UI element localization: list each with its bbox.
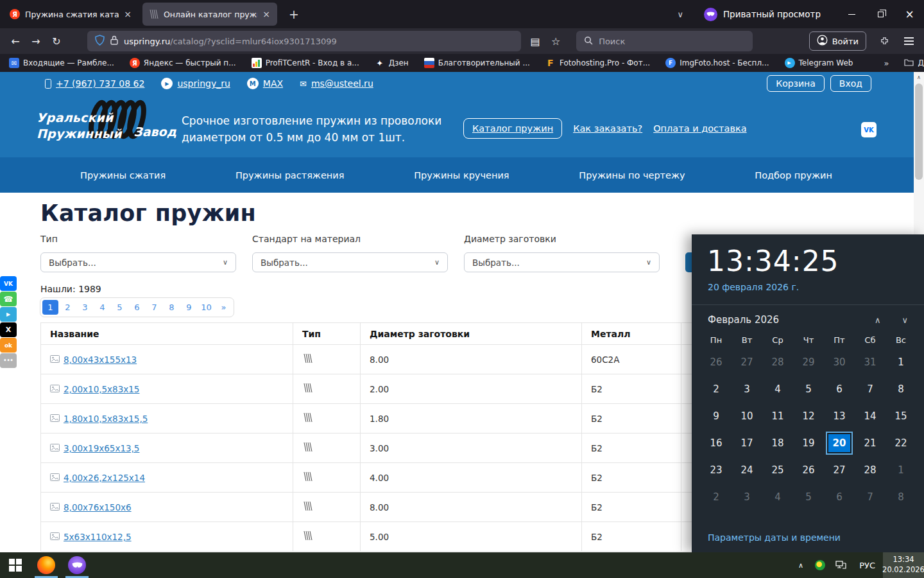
calendar-day[interactable]: 5 xyxy=(793,376,824,403)
bookmark-item[interactable]: Благотворительный ... xyxy=(424,58,530,68)
header-link[interactable]: Оплата и доставка xyxy=(653,123,746,134)
calendar-day[interactable]: 25 xyxy=(762,457,793,484)
calendar-day[interactable]: 22 xyxy=(886,430,916,457)
product-link[interactable]: 8,00x43x155x13 xyxy=(64,355,137,365)
calendar-day[interactable]: 7 xyxy=(855,376,886,403)
site-logo[interactable]: Уральский Пружинный Завод xyxy=(37,101,176,152)
phone-link[interactable]: +7 (967) 737 08 62 xyxy=(56,78,144,89)
nav-item[interactable]: Пружины сжатия xyxy=(80,170,166,180)
header-link[interactable]: Каталог пружин xyxy=(463,118,562,139)
filter-select[interactable]: Выбрать...∨ xyxy=(252,252,448,272)
minimize-button[interactable] xyxy=(837,0,866,28)
calendar-day[interactable]: 7 xyxy=(855,484,886,511)
calendar-day[interactable]: 20 xyxy=(824,430,855,457)
calendar-day[interactable]: 23 xyxy=(701,457,732,484)
calendar-prev-chevron-icon[interactable]: ∧ xyxy=(875,315,881,325)
social-x-twitter-icon[interactable]: X xyxy=(0,322,17,337)
tab-close-icon[interactable]: × xyxy=(261,9,271,19)
bookmark-item[interactable]: ▶Telegram Web xyxy=(785,58,853,68)
page-button[interactable]: 1 xyxy=(42,300,58,315)
calendar-day[interactable]: 8 xyxy=(886,376,916,403)
calendar-day[interactable]: 9 xyxy=(701,403,732,430)
nav-item[interactable]: Пружины по чертежу xyxy=(579,170,685,180)
product-link[interactable]: 5x63x110x12,5 xyxy=(64,532,132,542)
url-bar[interactable]: uspringy.ru/catalog/?ysclid=mlur64iox930… xyxy=(87,31,521,51)
page-button[interactable]: 2 xyxy=(60,300,76,315)
calendar-day[interactable]: 10 xyxy=(732,403,762,430)
calendar-day[interactable]: 28 xyxy=(855,457,886,484)
bookmarks-overflow-chevron[interactable]: » xyxy=(884,58,889,68)
taskbar-firefox[interactable] xyxy=(31,552,62,578)
new-tab-button[interactable]: + xyxy=(285,7,303,21)
calendar-day[interactable]: 4 xyxy=(762,376,793,403)
calendar-day[interactable]: 1 xyxy=(886,349,916,376)
product-link[interactable]: 2,00x10,5x83x15 xyxy=(64,384,139,394)
email-link[interactable]: ms@usteel.ru xyxy=(311,78,373,89)
filter-select[interactable]: Выбрать...∨ xyxy=(464,252,660,272)
calendar-day[interactable]: 29 xyxy=(793,349,824,376)
calendar-day[interactable]: 28 xyxy=(762,349,793,376)
filter-select[interactable]: Выбрать...∨ xyxy=(40,252,236,272)
bookmark-item[interactable]: ✦Дзен xyxy=(375,58,409,68)
extensions-icon[interactable] xyxy=(874,31,894,51)
product-link[interactable]: 4,00x26,2x125x14 xyxy=(64,473,145,483)
reload-button[interactable]: ↻ xyxy=(46,31,67,51)
social-share-more-icon[interactable]: ••• xyxy=(0,353,17,368)
scrollbar-thumb[interactable] xyxy=(915,83,923,180)
calendar-day[interactable]: 2 xyxy=(701,376,732,403)
calendar-day[interactable]: 24 xyxy=(732,457,762,484)
restore-button[interactable] xyxy=(866,0,895,28)
browser-tab[interactable]: Онлайн каталог пружин с раз× xyxy=(142,3,277,26)
reader-view-button[interactable]: ▤ xyxy=(525,31,545,51)
telegram-link[interactable]: uspringy_ru xyxy=(177,78,230,89)
nav-item[interactable]: Пружины растяжения xyxy=(235,170,345,180)
page-button[interactable]: 9 xyxy=(181,300,197,315)
search-bar[interactable]: Поиск xyxy=(576,31,753,51)
header-link[interactable]: Как заказать? xyxy=(573,123,642,134)
bookmark-star-button[interactable]: ☆ xyxy=(545,31,566,51)
menu-button[interactable] xyxy=(898,31,919,51)
calendar-day[interactable]: 3 xyxy=(732,484,762,511)
taskbar-firefox-private[interactable] xyxy=(62,552,92,578)
social-whatsapp-icon[interactable]: ☎ xyxy=(0,292,17,306)
calendar-day[interactable]: 6 xyxy=(824,484,855,511)
calendar-day[interactable]: 26 xyxy=(793,457,824,484)
other-bookmarks-button[interactable]: Другие закладки xyxy=(904,58,924,68)
calendar-month-label[interactable]: Февраль 2026 xyxy=(708,314,779,326)
calendar-next-chevron-icon[interactable]: ∨ xyxy=(902,315,908,325)
bookmark-item[interactable]: ЯЯндекс — быстрый п... xyxy=(130,58,236,68)
selected-day[interactable]: 20 xyxy=(826,432,853,455)
calendar-day[interactable]: 12 xyxy=(793,403,824,430)
calendar-day[interactable]: 19 xyxy=(793,430,824,457)
calendar-day[interactable]: 27 xyxy=(824,457,855,484)
bookmark-item[interactable]: ProfiTCentR - Вход в а... xyxy=(252,58,359,68)
page-button[interactable]: 6 xyxy=(129,300,145,315)
close-button[interactable]: × xyxy=(895,0,924,28)
browser-tab[interactable]: ЯПружина сжатия каталог разм× xyxy=(4,3,139,26)
calendar-day[interactable]: 16 xyxy=(701,430,732,457)
social-telegram-icon[interactable]: ▶ xyxy=(0,307,17,322)
max-messenger-contact[interactable]: M MAX xyxy=(247,78,283,89)
next-page-button[interactable]: » xyxy=(216,300,232,315)
calendar-day[interactable]: 4 xyxy=(762,484,793,511)
tracking-protection-shield-icon[interactable] xyxy=(95,35,105,48)
bookmark-item[interactable]: FFotohosting.Pro - Фот... xyxy=(545,58,650,68)
page-button[interactable]: 8 xyxy=(164,300,180,315)
nav-item[interactable]: Пружины кручения xyxy=(414,170,509,180)
forward-button[interactable]: → xyxy=(26,31,46,51)
tray-network-icon[interactable] xyxy=(835,561,846,570)
calendar-day[interactable]: 17 xyxy=(732,430,762,457)
calendar-day[interactable]: 30 xyxy=(824,349,855,376)
back-button[interactable]: ← xyxy=(5,31,26,51)
calendar-day[interactable]: 8 xyxy=(886,484,916,511)
tray-language-indicator[interactable]: РУС xyxy=(859,561,875,570)
tray-antivirus-icon[interactable] xyxy=(815,560,825,570)
product-link[interactable]: 3,00x19x65x13,5 xyxy=(64,443,139,453)
product-link[interactable]: 8,00x76x150x6 xyxy=(64,502,132,512)
page-button[interactable]: 3 xyxy=(77,300,93,315)
phone-contact[interactable]: +7 (967) 737 08 62 xyxy=(45,78,144,89)
tab-close-icon[interactable]: × xyxy=(123,9,133,19)
max-link[interactable]: MAX xyxy=(263,78,283,89)
nav-item[interactable]: Подбор пружин xyxy=(755,170,832,180)
tray-hidden-icons-chevron[interactable]: ∧ xyxy=(792,561,810,570)
